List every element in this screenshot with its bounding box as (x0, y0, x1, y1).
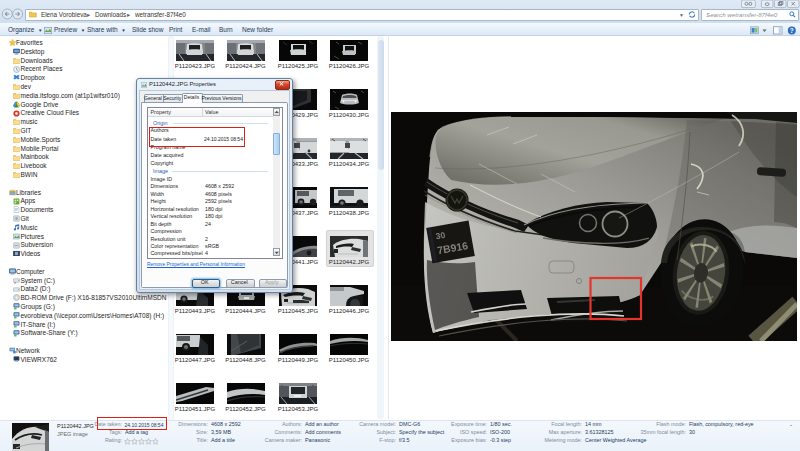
svg-text:?: ? (790, 26, 794, 33)
svg-text:30: 30 (435, 230, 446, 242)
